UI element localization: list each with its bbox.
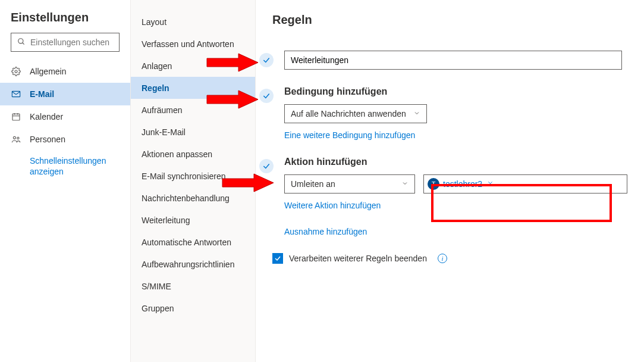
sidebar-item-label: Personen xyxy=(30,135,65,144)
remove-recipient-icon[interactable] xyxy=(487,179,494,189)
svg-line-1 xyxy=(23,42,24,44)
condition-title: Bedingung hinzufügen xyxy=(284,86,627,97)
svg-point-9 xyxy=(17,137,19,139)
svg-rect-4 xyxy=(12,114,20,120)
stop-processing-checkbox[interactable] xyxy=(272,253,283,264)
sidebar-item-label: E-Mail xyxy=(30,89,54,99)
rule-name-input[interactable] xyxy=(284,51,622,70)
search-icon xyxy=(17,38,26,48)
recipient-token[interactable]: testlehrer2 xyxy=(443,179,482,189)
subnav-smime[interactable]: S/MIME xyxy=(131,275,255,297)
svg-point-0 xyxy=(18,38,23,43)
recipient-field[interactable]: T testlehrer2 xyxy=(423,174,627,194)
sidebar-item-people[interactable]: Personen xyxy=(0,128,130,151)
subnav-junk[interactable]: Junk-E-Mail xyxy=(131,121,255,143)
people-icon xyxy=(11,135,21,144)
chevron-down-icon xyxy=(401,179,409,189)
subnav-sweep[interactable]: Aufräumen xyxy=(131,99,255,121)
condition-selected: Auf alle Nachrichten anwenden xyxy=(291,109,406,118)
mail-subnav: Layout Verfassen und Antworten Anlagen R… xyxy=(131,0,256,362)
info-icon[interactable]: i xyxy=(438,254,447,263)
quick-settings-link[interactable]: Schnelleinstellungen anzeigen xyxy=(0,151,130,177)
subnav-handling[interactable]: Nachrichtenbehandlung xyxy=(131,187,255,209)
rules-main: Regeln Bedingung hinzufügen Auf alle Nac… xyxy=(256,0,644,362)
stop-processing-label: Verarbeiten weiterer Regeln beenden xyxy=(289,254,427,263)
mail-icon xyxy=(11,89,21,99)
action-select[interactable]: Umleiten an xyxy=(284,174,415,194)
subnav-forwarding[interactable]: Weiterleitung xyxy=(131,209,255,231)
subnav-groups[interactable]: Gruppen xyxy=(131,297,255,319)
subnav-sync[interactable]: E-Mail synchronisieren xyxy=(131,165,255,187)
name-check-icon xyxy=(259,53,274,67)
settings-sidebar: Einstellungen Allgemein E-Mail xyxy=(0,0,131,362)
subnav-compose[interactable]: Verfassen und Antworten xyxy=(131,33,255,55)
sidebar-item-label: Kalender xyxy=(30,112,63,121)
chevron-down-icon xyxy=(413,109,420,118)
sidebar-item-mail[interactable]: E-Mail xyxy=(0,83,130,105)
gear-icon xyxy=(11,67,21,76)
settings-search[interactable] xyxy=(11,33,120,52)
svg-point-8 xyxy=(13,136,15,139)
add-exception-link[interactable]: Ausnahme hinzufügen xyxy=(284,227,367,236)
calendar-icon xyxy=(11,112,21,121)
condition-select[interactable]: Auf alle Nachrichten anwenden xyxy=(284,104,427,123)
action-check-icon xyxy=(259,159,274,173)
subnav-attachments[interactable]: Anlagen xyxy=(131,55,255,77)
settings-search-input[interactable] xyxy=(30,38,134,47)
sidebar-item-label: Allgemein xyxy=(30,67,66,76)
subnav-customactions[interactable]: Aktionen anpassen xyxy=(131,143,255,165)
action-title: Aktion hinzufügen xyxy=(284,157,627,167)
svg-point-2 xyxy=(15,70,17,73)
subnav-layout[interactable]: Layout xyxy=(131,11,255,33)
subnav-rules[interactable]: Regeln xyxy=(131,77,255,99)
rules-heading: Regeln xyxy=(272,13,627,27)
avatar: T xyxy=(428,178,439,190)
sidebar-item-general[interactable]: Allgemein xyxy=(0,60,130,83)
sidebar-item-calendar[interactable]: Kalender xyxy=(0,105,130,128)
subnav-autoreply[interactable]: Automatische Antworten xyxy=(131,231,255,253)
subnav-retention[interactable]: Aufbewahrungsrichtlinien xyxy=(131,253,255,275)
condition-check-icon xyxy=(259,89,274,103)
settings-title: Einstellungen xyxy=(0,11,130,33)
add-condition-link[interactable]: Eine weitere Bedingung hinzufügen xyxy=(284,130,415,140)
add-action-link[interactable]: Weitere Aktion hinzufügen xyxy=(284,201,381,210)
action-selected: Umleiten an xyxy=(291,179,335,189)
